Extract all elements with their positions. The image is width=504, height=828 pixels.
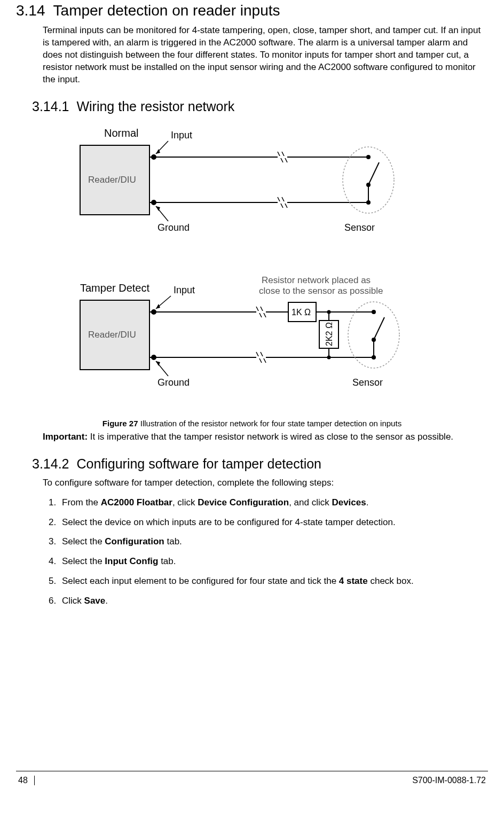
diagram-tamper-ground: Ground xyxy=(158,377,190,388)
step-2: Select the device on which inputs are to… xyxy=(59,517,488,529)
section-title: Tamper detection on reader inputs xyxy=(53,2,280,19)
figure-caption: Figure 27 Illustration of the resistor n… xyxy=(16,419,488,428)
section-heading: 3.14 Tamper detection on reader inputs xyxy=(16,2,488,19)
subsection-2-title: Configuring software for tamper detectio… xyxy=(76,456,321,471)
step-5: Select each input element to be configur… xyxy=(59,575,488,588)
section-intro: Terminal inputs can be monitored for 4-s… xyxy=(43,25,488,86)
svg-point-49 xyxy=(327,355,331,359)
diagram-normal-input: Input xyxy=(171,130,192,140)
diagram-tamper-input: Input xyxy=(174,285,195,295)
subsection-2-heading: 3.14.2 Configuring software for tamper d… xyxy=(32,456,488,472)
svg-point-23 xyxy=(151,200,156,205)
diagram-tamper-sensor: Sensor xyxy=(352,377,383,388)
diagram-normal-ground: Ground xyxy=(158,222,190,233)
svg-point-57 xyxy=(151,355,156,360)
svg-marker-59 xyxy=(156,304,160,309)
page-footer: 48 S700-IM-0088-1.72 xyxy=(16,771,488,785)
important-note: Important: It is imperative that the tam… xyxy=(43,431,488,443)
step-3: Select the Configuration tab. xyxy=(59,536,488,548)
step-4: Select the Input Config tab. xyxy=(59,556,488,568)
subsection-2-number: 3.14.2 xyxy=(32,456,69,471)
diagram-normal-sensor: Sensor xyxy=(344,222,375,233)
subsection-2-intro: To configure software for tamper detecti… xyxy=(43,477,488,489)
diagram-normal-title: Normal xyxy=(104,127,138,139)
diagram-r2-label: 2K2 Ω xyxy=(325,322,334,346)
diagram-normal-box: Reader/DIU xyxy=(88,175,136,185)
svg-point-56 xyxy=(151,309,156,315)
diagram-tamper-box: Reader/DIU xyxy=(88,330,136,340)
svg-point-22 xyxy=(151,154,156,160)
svg-line-55 xyxy=(374,317,384,340)
diagram-tamper-title: Tamper Detect xyxy=(80,282,149,294)
section-number: 3.14 xyxy=(16,2,45,19)
svg-line-21 xyxy=(368,162,379,185)
diagram-svg: Normal Reader/DIU xyxy=(75,125,416,413)
figure-label: Figure 27 xyxy=(103,419,138,428)
svg-point-51 xyxy=(372,310,376,314)
svg-point-17 xyxy=(366,155,371,159)
doc-id: S700-IM-0088-1.72 xyxy=(412,776,486,785)
step-6: Click Save. xyxy=(59,595,488,607)
subsection-1-heading: 3.14.1 Wiring the resistor network xyxy=(32,99,488,114)
diagram-tamper-note-2: close to the sensor as possible xyxy=(259,286,383,296)
important-text: It is imperative that the tamper resisto… xyxy=(90,432,453,442)
page-number: 48 xyxy=(18,776,35,785)
subsection-1-title: Wiring the resistor network xyxy=(76,99,234,114)
subsection-1-number: 3.14.1 xyxy=(32,99,69,114)
wiring-diagram: Normal Reader/DIU xyxy=(75,125,427,413)
important-label: Important: xyxy=(43,432,88,442)
svg-point-48 xyxy=(327,310,331,314)
diagram-r1-label: 1K Ω xyxy=(292,308,311,317)
step-1: From the AC2000 Floatbar, click Device C… xyxy=(59,497,488,509)
diagram-tamper-note-1: Resistor network placed as xyxy=(262,275,371,285)
steps-list: From the AC2000 Floatbar, click Device C… xyxy=(43,497,488,608)
